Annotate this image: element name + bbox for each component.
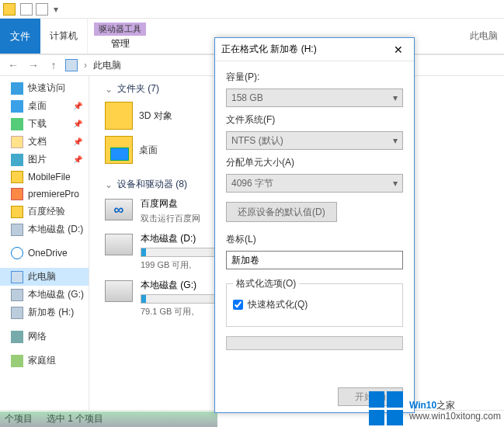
qat-dropdown-icon[interactable]: ▾: [51, 3, 61, 16]
qat-button[interactable]: [36, 3, 48, 16]
drive-icon: [11, 289, 23, 301]
desktop-icon: [11, 100, 23, 113]
format-options-group: 格式化选项(O) 快速格式化(Q): [226, 277, 403, 327]
cloud-icon: [11, 247, 23, 259]
pc-icon: [11, 271, 23, 283]
select-value: 4096 字节: [231, 177, 273, 190]
sidebar-label: 此电脑: [28, 270, 56, 283]
sidebar-label: 快速访问: [28, 82, 65, 95]
drive-icon: [105, 280, 133, 302]
windows-logo-icon: [369, 391, 403, 425]
restore-defaults-button[interactable]: 还原设备的默认值(D): [226, 202, 337, 222]
watermark-title: Win10之家: [409, 394, 501, 411]
format-dialog: 正在格式化 新加卷 (H:) ✕ 容量(P): 158 GB 文件系统(F) N…: [214, 37, 415, 413]
item-label: 百度网盘: [141, 197, 200, 210]
pin-icon: 📌: [73, 120, 82, 128]
up-button[interactable]: ↑: [45, 57, 62, 74]
allocation-select[interactable]: 4096 字节: [226, 174, 403, 193]
app-icon: [3, 3, 16, 16]
watermark-url: www.win10xitong.com: [409, 411, 501, 422]
sidebar-label: MobileFile: [28, 172, 71, 182]
manage-tab[interactable]: 管理: [111, 37, 130, 50]
sidebar-label: 网络: [28, 330, 47, 343]
nav-sidebar: 快速访问 桌面📌 下载📌 文档📌 图片📌 MobileFile premiere…: [0, 76, 89, 410]
sidebar-item-homegroup[interactable]: 家庭组: [0, 352, 89, 370]
sidebar-item-drive-d[interactable]: 本地磁盘 (D:): [0, 220, 89, 238]
sidebar-item-mobilefile[interactable]: MobileFile: [0, 168, 89, 186]
pin-icon: 📌: [73, 155, 82, 164]
item-label: 3D 对象: [139, 109, 172, 123]
sidebar-item-downloads[interactable]: 下载📌: [0, 115, 89, 133]
sidebar-label: 下载: [28, 117, 47, 130]
pin-icon: 📌: [73, 137, 82, 146]
chevron-down-icon: ⌄: [105, 179, 113, 190]
sidebar-item-quick[interactable]: 快速访问: [0, 79, 89, 97]
sidebar-label: 桌面: [28, 99, 47, 113]
computer-tab[interactable]: 计算机: [40, 19, 88, 54]
sidebar-label: 本地磁盘 (D:): [28, 223, 83, 236]
chevron-down-icon: ⌄: [105, 84, 113, 95]
sidebar-item-drive-h[interactable]: 新加卷 (H:): [0, 304, 89, 321]
title-bar: ▾: [0, 0, 504, 19]
capacity-select[interactable]: 158 GB: [226, 89, 403, 107]
progress-bar: [226, 336, 403, 350]
select-value: NTFS (默认): [231, 134, 283, 148]
sidebar-label: 新加卷 (H:): [28, 306, 74, 319]
sidebar-item-documents[interactable]: 文档📌: [0, 133, 89, 151]
dialog-titlebar: 正在格式化 新加卷 (H:) ✕: [215, 38, 414, 61]
taskbar-hint: [0, 411, 217, 427]
folder-icon: [11, 188, 23, 200]
format-options-legend: 格式化选项(O): [233, 277, 299, 290]
download-icon: [11, 118, 23, 130]
sidebar-label: 本地磁盘 (G:): [28, 288, 84, 301]
sidebar-item-pictures[interactable]: 图片📌: [0, 151, 89, 168]
drive-icon: [105, 234, 133, 255]
sidebar-item-drive-g[interactable]: 本地磁盘 (G:): [0, 286, 89, 304]
home-icon: [11, 355, 23, 367]
volume-label-input[interactable]: [226, 251, 403, 269]
volume-label-label: 卷标(L): [226, 233, 403, 246]
sidebar-item-network[interactable]: 网络: [0, 328, 89, 345]
item-sub: 双击运行百度网: [141, 213, 200, 224]
sidebar-item-onedrive[interactable]: OneDrive: [0, 245, 89, 262]
filesystem-label: 文件系统(F): [226, 113, 403, 127]
filesystem-select[interactable]: NTFS (默认): [226, 131, 403, 150]
close-button[interactable]: ✕: [389, 40, 408, 59]
sidebar-label: 图片: [28, 153, 47, 166]
file-tab[interactable]: 文件: [0, 19, 40, 54]
network-icon: [11, 331, 23, 343]
doc-icon: [11, 136, 23, 148]
drive-icon: [11, 307, 23, 319]
allocation-label: 分配单元大小(A): [226, 156, 403, 169]
watermark: Win10之家 www.win10xitong.com: [369, 391, 501, 425]
dialog-title: 正在格式化 新加卷 (H:): [221, 43, 389, 56]
sidebar-item-desktop[interactable]: 桌面📌: [0, 97, 89, 115]
pic-icon: [11, 154, 23, 166]
drive-tools-header: 驱动器工具: [94, 23, 146, 36]
group-label: 设备和驱动器 (8): [117, 178, 187, 191]
quick-format-input[interactable]: [233, 300, 243, 310]
back-button[interactable]: ←: [5, 57, 22, 74]
window-title: 此电脑: [464, 19, 504, 54]
sidebar-label: 百度经验: [28, 205, 65, 218]
quick-format-checkbox[interactable]: 快速格式化(Q): [233, 298, 396, 311]
sidebar-item-premiere[interactable]: premierePro: [0, 186, 89, 203]
drive-icon: [11, 224, 23, 236]
sidebar-item-baidu[interactable]: 百度经验: [0, 203, 89, 220]
checkbox-label: 快速格式化(Q): [248, 298, 308, 311]
breadcrumb[interactable]: 此电脑: [93, 59, 121, 72]
breadcrumb-sep: ›: [84, 60, 87, 71]
group-label: 文件夹 (7): [117, 82, 159, 95]
folder-icon: [105, 102, 133, 130]
forward-button[interactable]: →: [25, 57, 42, 74]
pin-icon: 📌: [73, 102, 82, 110]
star-icon: [11, 82, 23, 95]
sidebar-item-thispc[interactable]: 此电脑: [0, 268, 89, 286]
pc-icon: [65, 59, 78, 71]
qat-button[interactable]: [20, 3, 33, 16]
folder-icon: [105, 136, 133, 164]
sidebar-label: 文档: [28, 135, 47, 148]
drive-tools-group: 驱动器工具 管理: [88, 19, 152, 54]
select-value: 158 GB: [231, 92, 263, 103]
baidu-icon: [105, 199, 133, 220]
